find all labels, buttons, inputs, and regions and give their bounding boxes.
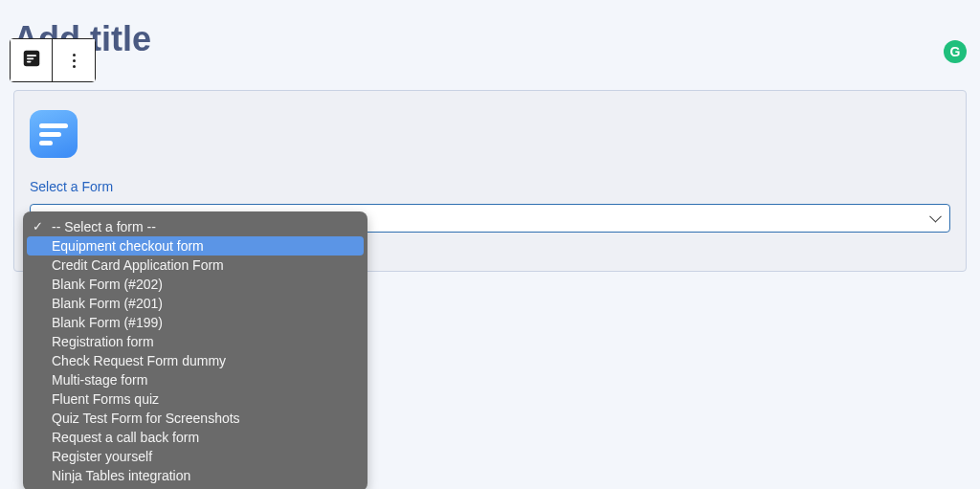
- dropdown-option[interactable]: Registration form: [23, 332, 368, 351]
- grammarly-badge[interactable]: G: [944, 40, 967, 63]
- select-form-label: Select a Form: [30, 179, 950, 194]
- form-select-dropdown: -- Select a form --Equipment checkout fo…: [23, 211, 368, 489]
- more-vertical-icon: [73, 54, 76, 68]
- block-type-button[interactable]: [11, 39, 53, 81]
- svg-rect-1: [26, 55, 35, 56]
- dropdown-option[interactable]: Equipment checkout form: [27, 236, 364, 256]
- dropdown-option[interactable]: Credit Card Application Form: [23, 256, 368, 275]
- grammarly-icon: G: [950, 44, 961, 59]
- dropdown-option[interactable]: Fluent Forms quiz: [23, 389, 368, 409]
- more-options-button[interactable]: [53, 39, 95, 81]
- dropdown-option[interactable]: Blank Form (#199): [23, 313, 368, 332]
- dropdown-option[interactable]: Blank Form (#202): [23, 275, 368, 294]
- dropdown-option[interactable]: Request a call back form: [23, 428, 368, 447]
- dropdown-option[interactable]: Quiz Test Form for Screenshots: [23, 409, 368, 428]
- dropdown-option[interactable]: Ninja Tables integration: [23, 466, 368, 485]
- dropdown-option[interactable]: Blank Form (#201): [23, 294, 368, 313]
- block-toolbar: [10, 38, 96, 82]
- dropdown-option[interactable]: Multi-stage form: [23, 370, 368, 389]
- form-block-icon: [21, 48, 42, 73]
- dropdown-option[interactable]: Register yourself: [23, 447, 368, 466]
- svg-rect-3: [26, 61, 31, 63]
- dropdown-option[interactable]: Check Request Form dummy: [23, 351, 368, 370]
- fluent-forms-logo: [30, 110, 78, 158]
- svg-rect-2: [26, 58, 33, 60]
- dropdown-option[interactable]: -- Select a form --: [23, 217, 368, 236]
